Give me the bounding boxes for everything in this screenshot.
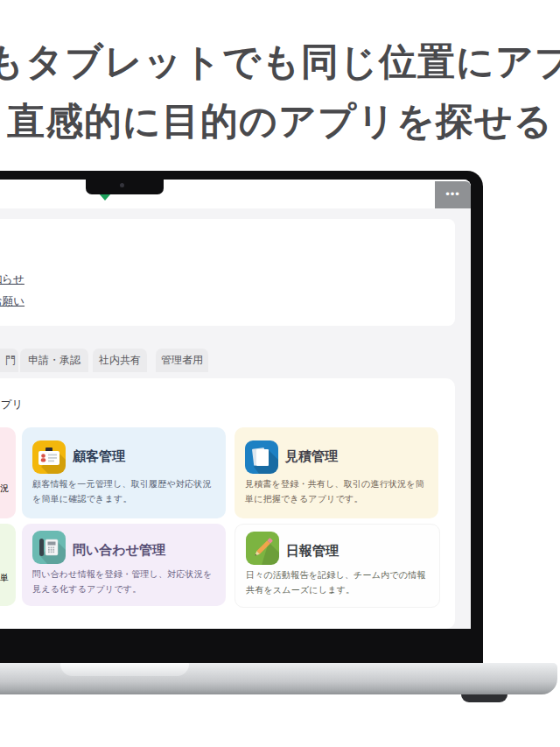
app-card-description: 見積書を登録・共有し、取引の進行状況を簡単に把握できるアプリです。 [245, 477, 431, 506]
ellipsis-menu-button[interactable]: ••• [435, 181, 471, 208]
page: もタブレットでも同じ位置にアプ 直感的に目的のアプリを探せる ••• お知らせ … [0, 0, 560, 747]
webcam-icon [120, 183, 124, 187]
fax-phone-icon [32, 531, 66, 564]
app-card-quote[interactable]: 見積管理 見積書を登録・共有し、取引の進行状況を簡単に把握できるアプリです。 [234, 427, 438, 518]
tab-partial[interactable]: 門 [0, 349, 18, 372]
partial-card-text: 況 [0, 483, 9, 495]
partial-app-card[interactable]: 況 [0, 427, 16, 518]
headline-line-2: 直感的に目的のアプリを探せる [7, 96, 553, 147]
tab-kanrisha[interactable]: 管理者用 [156, 349, 208, 372]
announcements-panel [0, 219, 455, 326]
headline-line-1: もタブレットでも同じ位置にアプ [0, 37, 560, 88]
app-card-title: 問い合わせ管理 [73, 542, 165, 559]
app-card-description: 問い合わせ情報を登録・管理し、対応状況を見える化するアプリです。 [32, 567, 219, 596]
documents-icon [245, 440, 278, 474]
tab-shinsei-shonin[interactable]: 申請・承認 [20, 349, 88, 372]
apps-section-title: アプリ [0, 398, 23, 412]
announcement-link[interactable]: お知らせ [0, 272, 24, 287]
app-card-title: 日報管理 [286, 543, 339, 560]
app-card-description: 日々の活動報告を記録し、チーム内での情報共有をスムーズにします。 [246, 568, 432, 597]
pencil-icon [246, 532, 279, 565]
tab-shanai-kyoyu[interactable]: 社内共有 [93, 349, 147, 372]
partial-app-card[interactable]: 単 [0, 524, 16, 606]
app-card-daily-report[interactable]: 日報管理 日々の活動報告を記録し、チーム内での情報共有をスムーズにします。 [234, 524, 440, 608]
app-card-inquiry[interactable]: 問い合わせ管理 問い合わせ情報を登録・管理し、対応状況を見える化するアプリです。 [22, 524, 226, 606]
green-triangle-logo-icon [99, 194, 111, 201]
laptop-thumb-scoop [60, 663, 189, 676]
app-card-title: 顧客管理 [73, 448, 125, 465]
app-card-customer[interactable]: 顧客管理 顧客情報を一元管理し、取引履歴や対応状況を簡単に確認できます。 [22, 427, 226, 518]
app-card-title: 見積管理 [285, 448, 338, 465]
request-link[interactable]: お願い [0, 294, 24, 309]
id-card-icon [32, 440, 66, 474]
partial-card-text: 単 [0, 572, 9, 584]
app-card-description: 顧客情報を一元管理し、取引履歴や対応状況を簡単に確認できます。 [32, 477, 219, 506]
browser-header-bar [0, 180, 471, 208]
laptop-notch [86, 180, 164, 194]
